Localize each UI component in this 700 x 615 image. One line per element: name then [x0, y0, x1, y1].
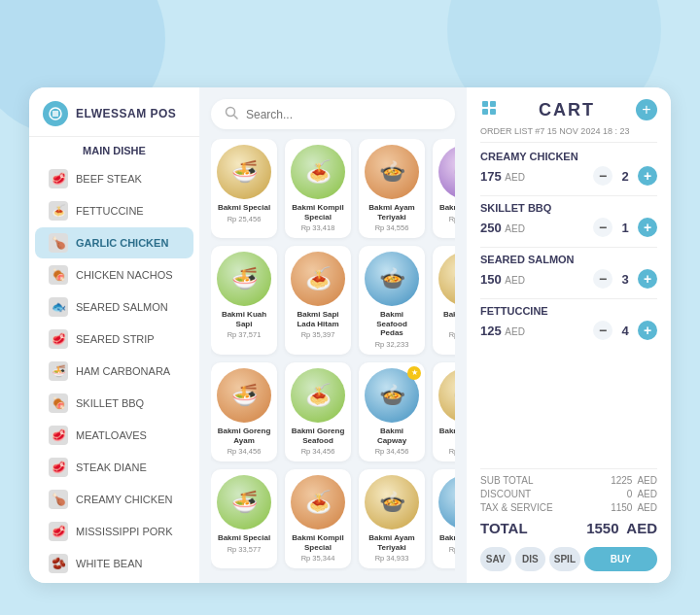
sidebar-item-skillet-bbq[interactable]: 🍖 SKILLET BBQ [35, 388, 193, 419]
sidebar-item-chicken-nachos[interactable]: 🍖 CHICKEN NACHOS [35, 259, 193, 290]
sidebar-item-creamy-chicken[interactable]: 🍗 CREAMY CHICKEN [35, 484, 193, 515]
food-name-1: Bakmi Kompil Special [291, 203, 345, 222]
food-card-11[interactable]: 🍝 Bakmi Goreng Seafood Rp 34,456 [285, 362, 351, 461]
food-card-7[interactable]: 🍲 Bakmi Seafood Pedas Rp 32,233 [359, 246, 425, 355]
food-card-12[interactable]: ★ 🍲 Bakmi Capway Rp 34,456 [359, 362, 425, 461]
cart-header: CART + [480, 99, 657, 120]
sidebar-item-fettuccine[interactable]: 🍝 FETTUCCINE [35, 195, 193, 226]
food-card-18[interactable]: 🥘 Bakmi Special Rp 33,577 [433, 469, 455, 568]
food-price-17: Rp 34,933 [375, 554, 409, 563]
sidebar-item-icon-chicken-nachos: 🍖 [49, 265, 68, 285]
food-card-17[interactable]: 🍲 Bakmi Ayam Teriyaki Rp 34,933 [359, 469, 425, 568]
food-image-16: 🍝 [291, 475, 345, 530]
sidebar-item-seared-strip[interactable]: 🥩 SEARED STRIP [35, 324, 193, 355]
cart-total-row: TOTAL 1550 AED [480, 520, 657, 536]
sidebar-item-label-chicken-nachos: CHICKEN NACHOS [76, 269, 173, 281]
content-area: 🍜 Bakmi Special Rp 25,456 🍝 Bakmi Kompil… [199, 87, 467, 583]
qty-plus-1[interactable]: + [638, 218, 657, 237]
qty-value-3: 4 [618, 324, 632, 338]
svg-rect-7 [490, 101, 496, 107]
food-name-15: Bakmi Special [218, 533, 270, 543]
food-name-5: Bakmi Kuah Sapi [217, 310, 271, 328]
food-card-8[interactable]: 🥘 Bakmi Kuah Sapi Rp 35,577 [433, 246, 455, 355]
qty-value-0: 2 [618, 169, 632, 184]
discount-button[interactable]: DIS [515, 547, 546, 571]
qty-plus-3[interactable]: + [638, 321, 657, 340]
food-card-3[interactable]: 🥘 Bakmi Special Rp 25,456 [433, 139, 455, 238]
sidebar-item-label-white-bean: WHITE BEAN [76, 558, 142, 569]
qty-plus-2[interactable]: + [638, 269, 657, 289]
cart-item-divider-0 [480, 195, 657, 196]
qty-plus-0[interactable]: + [638, 166, 657, 186]
svg-line-5 [234, 116, 238, 120]
food-price-5: Rp 37,571 [228, 330, 262, 339]
cart-item-price-3: 125 AED [480, 324, 525, 338]
cart-item-divider-2 [480, 298, 657, 299]
total-value: 1550 AED [586, 520, 657, 536]
qty-minus-1[interactable]: − [593, 218, 612, 237]
food-card-0[interactable]: 🍜 Bakmi Special Rp 25,456 [211, 139, 277, 238]
food-name-18: Bakmi Special [439, 533, 455, 543]
food-card-6[interactable]: 🍝 Bakmi Sapi Lada Hitam Rp 35,397 [285, 246, 351, 355]
cart-item-2: SEARED SALMON 150 AED − 3 + [480, 254, 657, 289]
sidebar-item-seared-salmon[interactable]: 🐟 SEARED SALMON [35, 291, 193, 323]
cart-add-button[interactable]: + [636, 99, 657, 120]
sidebar-item-beef-steak[interactable]: 🥩 BEEF STEAK [35, 163, 193, 194]
food-name-8: Bakmi Kuah Sapi [438, 310, 455, 328]
qty-minus-2[interactable]: − [593, 269, 612, 289]
cart-item-row-0: 175 AED − 2 + [480, 166, 657, 186]
qty-minus-3[interactable]: − [593, 321, 612, 340]
sidebar-item-garlic-chicken[interactable]: 🍗 GARLIC CHICKEN [35, 227, 193, 258]
tax-label: TAX & SERVICE [480, 502, 553, 513]
food-card-15[interactable]: 🍜 Bakmi Special Rp 33,577 [211, 469, 277, 568]
sidebar-items-list: 🥩 BEEF STEAK 🍝 FETTUCCINE 🍗 GARLIC CHICK… [29, 163, 199, 583]
svg-rect-6 [482, 101, 488, 107]
food-grid: 🍜 Bakmi Special Rp 25,456 🍝 Bakmi Kompil… [211, 139, 455, 571]
sidebar-item-steak-diane[interactable]: 🥩 STEAK DIANE [35, 452, 193, 483]
food-name-3: Bakmi Special [439, 203, 455, 213]
save-button[interactable]: SAV [480, 547, 511, 571]
food-price-1: Rp 33,418 [301, 223, 335, 232]
sidebar-item-meatloaves[interactable]: 🥩 MEATLOAVES [35, 420, 193, 451]
food-card-13[interactable]: 🥘 Bakmi Goreng Ayam Rp 34,456 [433, 362, 455, 461]
sidebar-header: ELWESSAM POS [29, 101, 199, 137]
food-image-18: 🥘 [438, 475, 455, 530]
food-card-10[interactable]: 🍜 Bakmi Goreng Ayam Rp 34,456 [211, 362, 277, 461]
sidebar-item-bourbon-chicken[interactable]: 🍗 BOURBON CHICKEN [35, 580, 193, 583]
food-image-11: 🍝 [291, 368, 345, 423]
cart-item-name-2: SEARED SALMON [480, 254, 657, 265]
qty-control-1: − 1 + [593, 218, 657, 237]
search-bar [211, 99, 455, 129]
cart-panel: CART + ORDER LIST #7 15 NOV 2024 18 : 23… [467, 87, 671, 583]
food-image-2: 🍲 [365, 145, 419, 199]
buy-button[interactable]: BUY [584, 547, 657, 571]
food-image-15: 🍜 [217, 475, 271, 530]
cart-item-3: FETTUCCINE 125 AED − 4 + [480, 305, 657, 340]
sidebar-item-label-mississippi-pork: MISSISSIPPI PORK [76, 526, 173, 537]
sidebar-item-mississippi-pork[interactable]: 🥩 MISSISSIPPI PORK [35, 516, 193, 547]
food-card-2[interactable]: 🍲 Bakmi Ayam Teriyaki Rp 34,556 [359, 139, 425, 238]
qty-minus-0[interactable]: − [593, 166, 612, 186]
food-image-7: 🍲 [365, 252, 419, 306]
food-price-0: Rp 25,456 [228, 215, 262, 223]
cart-item-price-2: 150 AED [480, 272, 525, 287]
food-card-1[interactable]: 🍝 Bakmi Kompil Special Rp 33,418 [285, 139, 351, 238]
cart-item-1: SKILLET BBQ 250 AED − 1 + [480, 202, 657, 237]
sidebar-item-ham-carbonara[interactable]: 🍜 HAM CARBONARA [35, 356, 193, 387]
sidebar-item-label-fettuccine: FETTUCCINE [76, 205, 144, 217]
split-button[interactable]: SPIL [549, 547, 580, 571]
app-title: ELWESSAM POS [76, 107, 176, 120]
food-image-8: 🥘 [438, 252, 455, 306]
cart-item-name-1: SKILLET BBQ [480, 202, 657, 214]
food-image-6: 🍝 [291, 252, 345, 306]
food-card-16[interactable]: 🍝 Bakmi Kompil Special Rp 35,344 [285, 469, 351, 568]
search-input[interactable] [246, 108, 441, 121]
food-image-17: 🍲 [365, 475, 419, 530]
cart-tax-row: TAX & SERVICE 1150 AED [480, 502, 657, 513]
sidebar-item-white-bean[interactable]: 🫘 WHITE BEAN [35, 548, 193, 579]
food-name-0: Bakmi Special [218, 203, 270, 213]
qty-control-2: − 3 + [593, 269, 657, 289]
food-name-17: Bakmi Ayam Teriyaki [365, 533, 419, 552]
food-card-5[interactable]: 🍜 Bakmi Kuah Sapi Rp 37,571 [211, 246, 277, 355]
food-price-2: Rp 34,556 [375, 223, 409, 232]
